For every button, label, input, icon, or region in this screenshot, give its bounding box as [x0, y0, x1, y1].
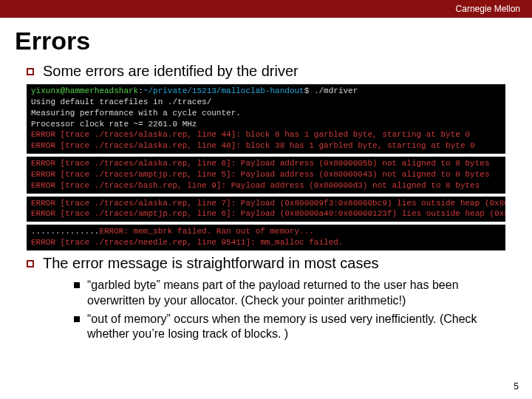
terminal-block-1: yixunx@hammerheadshark:~/private/15213/m…: [27, 84, 505, 154]
bullet-1-text: Some errors are identified by the driver: [43, 63, 299, 80]
slide-title: Errors: [15, 27, 532, 55]
page-number: 5: [514, 381, 519, 392]
terminal-block-3: ERROR [trace ./traces/alaska.rep, line 7…: [27, 197, 505, 222]
sub-bullet-1-text: “garbled byte” means part of the payload…: [87, 278, 514, 309]
bullet-2: The error message is straightforward in …: [27, 255, 514, 272]
sub-bullet-1: “garbled byte” means part of the payload…: [74, 278, 514, 309]
terminal-block-2: ERROR [trace ./traces/alaska.rep, line 6…: [27, 157, 505, 194]
bullet-2-text: The error message is straightforward in …: [43, 255, 379, 272]
square-bullet-icon: [74, 282, 80, 288]
square-bullet-icon: [74, 316, 80, 322]
sub-bullet-list: “garbled byte” means part of the payload…: [74, 278, 514, 342]
box-bullet-icon: [27, 260, 34, 267]
terminal-group: yixunx@hammerheadshark:~/private/15213/m…: [27, 84, 514, 250]
slide-body: Some errors are identified by the driver…: [0, 63, 532, 342]
box-bullet-icon: [27, 68, 34, 75]
top-bar: Carnegie Mellon: [0, 0, 532, 18]
brand-label: Carnegie Mellon: [456, 4, 520, 14]
bullet-1: Some errors are identified by the driver: [27, 63, 514, 80]
slide: Carnegie Mellon Errors Some errors are i…: [0, 0, 532, 399]
terminal-block-4: ..............ERROR: mem_sbrk failed. Ra…: [27, 225, 505, 250]
sub-bullet-2-text: “out of memory” occurs when the memory i…: [87, 312, 514, 343]
sub-bullet-2: “out of memory” occurs when the memory i…: [74, 312, 514, 343]
